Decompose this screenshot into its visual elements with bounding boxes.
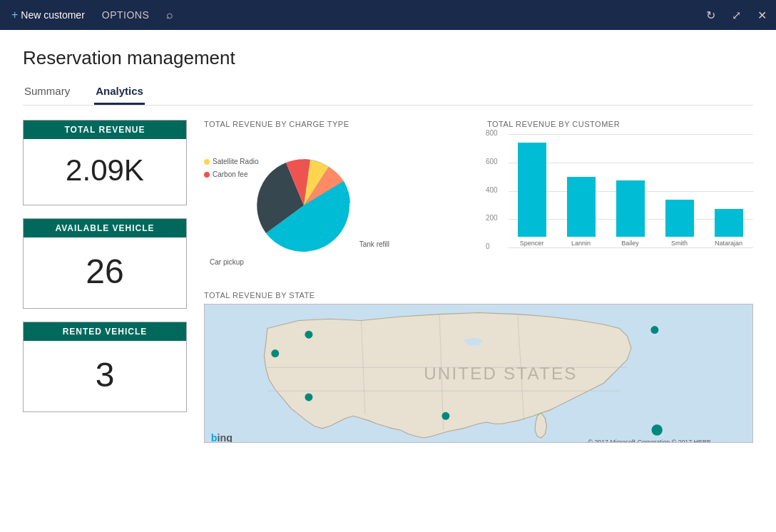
rented-vehicle-card: RENTED VEHICLE 3: [23, 322, 187, 412]
bar-bailey: Bailey: [611, 180, 649, 247]
map-dot-4: [650, 326, 658, 334]
map-dot-6: [441, 412, 449, 420]
bar-bailey-rect: [616, 180, 645, 237]
legend-satellite: Satellite Radio: [204, 155, 258, 168]
grid-label-400: 400: [486, 186, 498, 194]
bar-chart: 800 600 400 200 0 Spencer: [487, 134, 753, 262]
page-title: Reservation management: [23, 47, 753, 69]
new-customer-label: New customer: [21, 9, 84, 21]
legend-label-satellite: Satellite Radio: [213, 155, 258, 168]
expand-icon[interactable]: ⤢: [728, 6, 745, 24]
bar-natarajan: Natarajan: [710, 209, 747, 247]
pie-label-car: Car pickup: [210, 258, 244, 266]
grid-label-800: 800: [486, 129, 498, 137]
bar-label-smith: Smith: [671, 240, 688, 247]
bar-chart-box: TOTAL REVENUE by CUSTOMER 800 600 400 20…: [487, 120, 753, 277]
bar-label-spencer: Spencer: [520, 240, 544, 247]
bar-lannin: Lannin: [562, 177, 600, 247]
legend-label-carbon: Carbon fee: [213, 168, 247, 181]
bar-label-lannin: Lannin: [571, 240, 591, 247]
pie-chart-svg: [233, 134, 375, 270]
metrics-column: TOTAL REVENUE 2.09K AVAILABLE VEHICLE 26…: [23, 120, 187, 532]
total-revenue-card: TOTAL REVENUE 2.09K: [23, 120, 187, 205]
map-dot-3: [305, 393, 312, 401]
legend-dot-satellite: [204, 159, 210, 165]
bar-label-bailey: Bailey: [621, 240, 639, 247]
map-dot-5: [651, 424, 662, 435]
dashboard: TOTAL REVENUE 2.09K AVAILABLE VEHICLE 26…: [23, 106, 753, 532]
total-revenue-header: TOTAL REVENUE: [24, 121, 186, 139]
bar-label-natarajan: Natarajan: [715, 240, 742, 247]
charts-column: TOTAL REVENUE by CHARGE TYPE: [204, 120, 753, 532]
map-container: UNITED STATES: [204, 304, 753, 443]
bar-natarajan-rect: [715, 209, 743, 237]
map-svg: UNITED STATES: [205, 305, 752, 442]
rented-vehicle-header: RENTED VEHICLE: [24, 322, 186, 341]
page-content: Reservation management Summary Analytics…: [0, 30, 776, 532]
map-copyright: © 2017 Microsoft Corporation © 2017 HERE: [588, 439, 711, 442]
grid-line-0: 0: [509, 247, 753, 248]
tab-summary[interactable]: Summary: [23, 81, 71, 105]
grid-label-600: 600: [486, 158, 498, 165]
charts-top-row: TOTAL REVENUE by CHARGE TYPE: [204, 120, 753, 277]
available-vehicle-value: 26: [24, 237, 186, 308]
legend-carbon: Carbon fee: [204, 168, 258, 181]
pie-chart-container: Satellite Radio Carbon fee Car pickup Ta…: [204, 134, 389, 277]
pie-chart-box: TOTAL REVENUE by CHARGE TYPE: [204, 120, 470, 277]
close-icon[interactable]: ✕: [753, 6, 770, 24]
options-button[interactable]: OPTIONS: [96, 6, 155, 24]
available-vehicle-header: AVAILABLE VEHICLE: [24, 219, 186, 237]
total-revenue-value: 2.09K: [24, 139, 186, 205]
bar-lannin-rect: [567, 177, 596, 237]
grid-label-200: 200: [486, 214, 498, 222]
search-icon[interactable]: ⌕: [160, 6, 179, 24]
bars-area: Spencer Lannin Bailey: [513, 134, 747, 247]
titlebar-actions: ↻ ⤢ ✕: [702, 6, 770, 24]
legend-dot-carbon: [204, 172, 210, 178]
plus-icon: +: [11, 9, 18, 21]
map-dot-1: [271, 349, 279, 357]
map-title: TOTAL REVENUE by STATE: [204, 291, 753, 300]
available-vehicle-card: AVAILABLE VEHICLE 26: [23, 218, 187, 309]
titlebar: + New customer OPTIONS ⌕ ↻ ⤢ ✕: [0, 0, 776, 30]
tab-analytics[interactable]: Analytics: [94, 81, 145, 105]
bar-smith-rect: [665, 200, 694, 237]
rented-vehicle-value: 3: [24, 341, 186, 411]
bar-spencer-rect: [518, 143, 546, 237]
tab-bar: Summary Analytics: [23, 81, 753, 106]
pie-legend: Satellite Radio Carbon fee: [204, 155, 258, 181]
bar-smith: Smith: [660, 200, 698, 247]
grid-label-0: 0: [486, 242, 490, 250]
bar-chart-title: TOTAL REVENUE by CUSTOMER: [487, 120, 753, 128]
bar-spencer: Spencer: [513, 143, 551, 247]
us-label: UNITED STATES: [424, 364, 577, 383]
map-section: TOTAL REVENUE by STATE UNITED STATES: [204, 291, 753, 443]
map-dot-2: [305, 331, 312, 339]
pie-chart-title: TOTAL REVENUE by CHARGE TYPE: [204, 120, 470, 128]
bing-text: bing: [211, 433, 233, 443]
new-customer-button[interactable]: + New customer: [6, 6, 91, 24]
refresh-icon[interactable]: ↻: [702, 6, 719, 24]
pie-label-tank: Tank refill: [359, 240, 389, 248]
